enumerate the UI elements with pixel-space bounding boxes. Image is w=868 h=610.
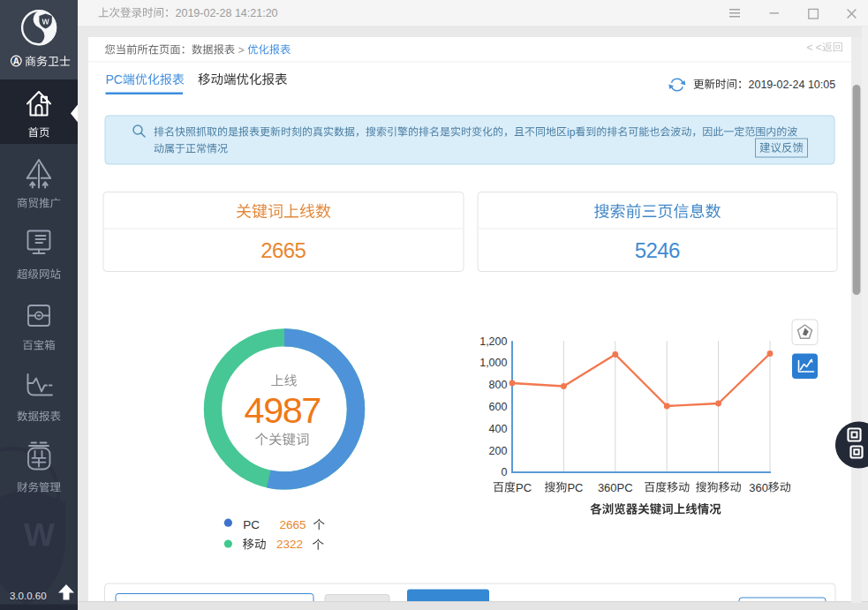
- svg-text:PC: PC: [516, 481, 532, 494]
- svg-text:2019-02-28 14:21:20: 2019-02-28 14:21:20: [176, 7, 278, 19]
- svg-text:600: 600: [489, 401, 508, 413]
- svg-text:5246: 5246: [635, 238, 680, 262]
- svg-text:2322: 2322: [276, 538, 303, 551]
- svg-text:2019-02-24 10:05: 2019-02-24 10:05: [749, 79, 836, 91]
- svg-text:>: >: [238, 44, 245, 56]
- svg-text:PC: PC: [106, 72, 123, 87]
- svg-text:1,200: 1,200: [479, 335, 507, 348]
- svg-text:ip: ip: [567, 126, 576, 139]
- svg-text:800: 800: [489, 379, 508, 391]
- svg-text:400: 400: [489, 423, 508, 435]
- svg-text:3.0.0.60: 3.0.0.60: [10, 591, 47, 601]
- svg-text:PC: PC: [243, 518, 260, 531]
- svg-text:2665: 2665: [260, 238, 306, 262]
- svg-text:< <: < <: [807, 41, 822, 54]
- svg-text:A: A: [13, 56, 19, 66]
- svg-text:200: 200: [489, 445, 508, 457]
- svg-text:0: 0: [502, 466, 508, 478]
- svg-text:4987: 4987: [245, 389, 321, 431]
- svg-text:PC: PC: [567, 481, 583, 494]
- svg-text:360PC: 360PC: [598, 481, 633, 494]
- svg-text:360: 360: [749, 481, 768, 494]
- svg-text:2665: 2665: [279, 518, 306, 531]
- svg-text:1,000: 1,000: [479, 357, 507, 369]
